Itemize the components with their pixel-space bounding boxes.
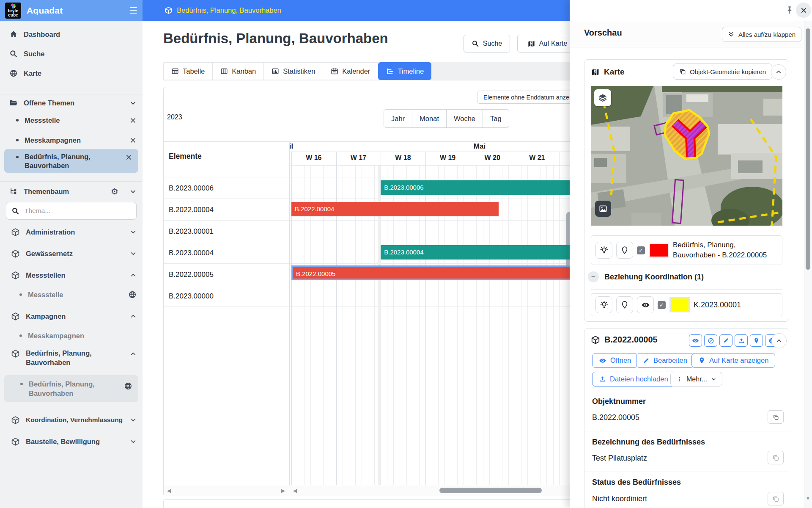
collapse-all-button[interactable]: Alles auf/zu-klappen xyxy=(722,27,801,42)
field-divider xyxy=(584,431,790,431)
tab-kalender[interactable]: Kalender xyxy=(323,62,378,80)
tab-kanban[interactable]: Kanban xyxy=(212,62,263,80)
month-label: April xyxy=(290,142,310,151)
elements-horizontal-scrollbar[interactable]: ◀ ▶ xyxy=(164,485,289,496)
chart-scrollbar-thumb[interactable] xyxy=(439,488,542,493)
edit-icon-button[interactable] xyxy=(719,334,732,347)
panel-header: Vorschau Alles auf/zu-klappen xyxy=(570,21,805,47)
chevron-down-icon[interactable] xyxy=(129,99,137,107)
highlight-geometry-button[interactable] xyxy=(595,296,612,313)
logo-spark-icon xyxy=(11,3,16,8)
themenbaum-header[interactable]: Themenbaum ⚙ xyxy=(0,183,143,199)
scroll-right-icon[interactable]: ▶ xyxy=(281,488,285,494)
open-topic-messstelle[interactable]: Messstelle xyxy=(0,112,143,128)
chevron-up-icon[interactable] xyxy=(130,272,137,279)
map-view[interactable] xyxy=(591,86,782,226)
tree-child-beduerfnis-selected[interactable]: Bedürfnis, Planung, Bauvorhaben xyxy=(4,375,138,402)
upload-files-button[interactable]: Dateien hochladen xyxy=(592,372,675,387)
field-divider xyxy=(584,472,790,472)
watch-button[interactable] xyxy=(689,334,702,347)
close-panel-button[interactable] xyxy=(796,3,811,18)
close-icon[interactable] xyxy=(129,117,137,124)
zoom-woche-button[interactable]: Woche xyxy=(447,109,483,128)
zoom-to-geometry-button[interactable] xyxy=(616,296,633,313)
breadcrumb[interactable]: Bedürfnis, Planung, Bauvorhaben xyxy=(165,6,281,14)
scroll-down-icon[interactable]: ▼ xyxy=(806,496,810,501)
gear-icon[interactable]: ⚙ xyxy=(111,186,118,196)
panel-scrollbar-track[interactable]: ▼ xyxy=(804,21,812,508)
sidebar-section-offene-themen[interactable]: Offene Themen xyxy=(0,95,143,111)
globe-icon[interactable] xyxy=(128,290,137,299)
sidebar-item-karte[interactable]: Karte xyxy=(0,65,143,81)
map-canvas xyxy=(591,86,782,226)
close-icon[interactable] xyxy=(125,154,132,161)
tree-node-beduerfnis[interactable]: Bedürfnis, Planung, Bauvorhaben xyxy=(0,345,143,370)
chevron-up-icon[interactable] xyxy=(130,351,137,357)
open-topic-messkampagnen[interactable]: Messkampagnen xyxy=(0,132,143,148)
tree-child-messstelle[interactable]: Messstelle xyxy=(0,287,143,303)
gantt-bar[interactable]: B.2022.00005 xyxy=(291,265,604,280)
zoom-monat-button[interactable]: Monat xyxy=(412,109,447,128)
logo-text-bottom: cube xyxy=(8,13,18,17)
tab-timeline[interactable]: Timeline xyxy=(378,62,431,80)
legend-object-row: ✓ Bedürfnis, Planung, Bauvorhaben - B.20… xyxy=(591,235,782,265)
tree-node-gewaessernetz[interactable]: Gewässernetz xyxy=(0,246,143,262)
zoom-jahr-button[interactable]: Jahr xyxy=(384,109,412,128)
legend-relation-checkbox[interactable]: ✓ xyxy=(658,301,666,309)
copy-value-button[interactable] xyxy=(768,451,784,464)
scroll-left-icon[interactable]: ◀ xyxy=(167,488,171,494)
more-button[interactable]: Mehr... xyxy=(670,372,722,387)
chevron-down-icon[interactable] xyxy=(130,417,137,423)
upload-icon-button[interactable] xyxy=(735,334,748,347)
tree-node-kampagnen[interactable]: Kampagnen xyxy=(0,308,143,324)
chevron-down-icon[interactable] xyxy=(130,438,137,445)
map-background-image-button[interactable] xyxy=(595,201,611,217)
timeline-zoom-group: Jahr Monat Woche Tag xyxy=(384,109,509,128)
hamburger-menu-icon[interactable]: ☰ xyxy=(129,6,137,16)
tree-node-administration[interactable]: Administration xyxy=(0,224,143,240)
thema-search-input[interactable]: Thema... xyxy=(6,202,137,220)
tab-tabelle[interactable]: Tabelle xyxy=(163,62,212,80)
visibility-button[interactable] xyxy=(637,296,654,313)
map-layers-button[interactable] xyxy=(594,89,611,106)
tree-node-messstellen[interactable]: Messstellen xyxy=(0,267,143,283)
collapse-object-button[interactable] xyxy=(771,333,787,348)
zoom-to-geometry-button[interactable] xyxy=(616,242,633,259)
highlight-geometry-button[interactable] xyxy=(595,242,612,259)
tree-node-koordination[interactable]: Koordination, Vernehmlassung xyxy=(0,412,143,428)
zoom-tag-button[interactable]: Tag xyxy=(483,109,509,128)
panel-scrollbar-thumb[interactable] xyxy=(806,28,810,270)
copy-geometry-button[interactable]: Objekt-Geometrie kopieren xyxy=(673,64,772,80)
upload-icon xyxy=(599,375,606,383)
globe-icon[interactable] xyxy=(124,382,132,390)
collapse-relation-button[interactable] xyxy=(588,271,599,282)
collapse-karte-button[interactable] xyxy=(771,64,786,80)
eye-icon xyxy=(692,337,699,344)
chevron-down-icon[interactable] xyxy=(129,188,137,195)
edit-button[interactable]: Bearbeiten xyxy=(636,353,694,368)
open-button[interactable]: Öffnen xyxy=(592,353,638,368)
search-button[interactable]: Suche xyxy=(464,35,510,52)
close-icon[interactable] xyxy=(129,137,137,144)
chevron-down-icon[interactable] xyxy=(130,229,137,235)
unwatch-button[interactable] xyxy=(704,334,717,347)
show-on-map-button[interactable]: Auf Karte xyxy=(517,35,577,52)
pin-icon-button[interactable] xyxy=(750,334,763,347)
chart-horizontal-scrollbar[interactable]: ◀ xyxy=(290,485,604,496)
sidebar-item-suche[interactable]: Suche xyxy=(0,46,143,62)
scroll-left-icon[interactable]: ◀ xyxy=(293,488,297,494)
copy-value-button[interactable] xyxy=(768,410,784,424)
sidebar-item-dashboard[interactable]: Dashboard xyxy=(0,26,143,42)
gantt-bar[interactable]: B.2022.00004 xyxy=(291,202,499,216)
tree-node-baustelle[interactable]: Baustelle, Bewilligung xyxy=(0,433,143,450)
open-topic-beduerfnis-active[interactable]: Bedürfnis, Planung, Bauvorhaben xyxy=(4,149,138,173)
legend-object-checkbox[interactable]: ✓ xyxy=(637,246,645,254)
tab-statistiken[interactable]: Statistiken xyxy=(263,62,323,80)
chevron-up-icon[interactable] xyxy=(130,313,137,320)
tree-child-messkampagnen[interactable]: Messkampagnen xyxy=(0,328,143,344)
copy-value-button[interactable] xyxy=(768,492,784,505)
show-on-map-button[interactable]: Auf Karte anzeigen xyxy=(691,353,775,368)
map-icon xyxy=(527,40,535,48)
pin-panel-icon[interactable] xyxy=(785,6,794,15)
chevron-down-icon[interactable] xyxy=(130,250,137,257)
